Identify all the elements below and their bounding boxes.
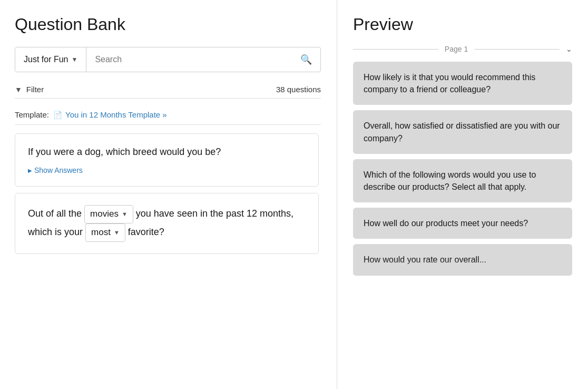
template-link-text: You in 12 Months Template »	[65, 110, 167, 119]
q2-dropdown-movies-value: movies	[90, 207, 119, 222]
filter-left: ▼ Filter	[15, 85, 44, 94]
preview-card-4: How well do our products meet your needs…	[353, 208, 572, 239]
category-dropdown[interactable]: Just for Fun ▼	[15, 47, 86, 72]
questions-list: If you were a dog, which breed would you…	[15, 133, 321, 389]
show-answers-label: Show Answers	[34, 166, 83, 174]
template-prefix: Template:	[15, 110, 49, 119]
search-input[interactable]	[86, 47, 292, 72]
chevron-down-icon: ▼	[122, 209, 128, 219]
preview-card-3: Which of the following words would you u…	[353, 159, 572, 202]
questions-count: 38 questions	[276, 85, 321, 94]
show-answers-button[interactable]: ▶ Show Answers	[28, 166, 83, 174]
preview-text-3: Which of the following words would you u…	[364, 170, 536, 191]
filter-label: Filter	[26, 85, 44, 94]
page-label: Page 1	[445, 45, 468, 53]
filter-row: ▼ Filter 38 questions	[15, 81, 321, 99]
search-icon: 🔍	[300, 54, 312, 65]
question-text-1: If you were a dog, which breed would you…	[28, 145, 306, 159]
preview-title: Preview	[353, 15, 572, 34]
preview-card-5: How would you rate our overall...	[353, 244, 572, 275]
chevron-down-icon: ▼	[71, 56, 77, 63]
search-button[interactable]: 🔍	[292, 47, 320, 72]
page-line-right	[474, 49, 560, 50]
search-bar: Just for Fun ▼ 🔍	[15, 47, 321, 72]
preview-text-2: Overall, how satisfied or dissatisfied a…	[364, 121, 560, 142]
q2-dropdown-most[interactable]: most ▼	[85, 223, 125, 242]
question-card-2: Out of all the movies ▼ you have seen in…	[15, 193, 319, 254]
page-title: Question Bank	[15, 15, 321, 34]
q2-dropdown-most-value: most	[91, 225, 111, 240]
template-icon: 📄	[53, 111, 62, 119]
right-panel: Preview Page 1 ⌄ How likely is it that y…	[337, 0, 588, 389]
q2-dropdown-movies[interactable]: movies ▼	[84, 205, 133, 223]
template-link[interactable]: 📄 You in 12 Months Template »	[53, 110, 167, 119]
left-panel: Question Bank Just for Fun ▼ 🔍 ▼ Filter …	[0, 0, 337, 389]
preview-text-1: How likely is it that you would recommen…	[364, 73, 535, 94]
preview-card-2: Overall, how satisfied or dissatisfied a…	[353, 110, 572, 153]
template-row: Template: 📄 You in 12 Months Template »	[15, 105, 321, 125]
preview-text-4: How well do our products meet your needs…	[364, 219, 528, 228]
chevron-down-icon-2: ▼	[114, 228, 120, 238]
page-chevron-down-icon[interactable]: ⌄	[566, 45, 572, 53]
expand-icon: ▶	[28, 168, 32, 173]
preview-text-5: How would you rate our overall...	[364, 255, 486, 264]
category-label: Just for Fun	[24, 55, 68, 64]
page-line-left	[353, 49, 438, 50]
preview-list: How likely is it that you would recommen…	[353, 62, 572, 389]
q2-text-1: Out of all the	[28, 208, 84, 219]
preview-card-1: How likely is it that you would recommen…	[353, 62, 572, 105]
page-header: Page 1 ⌄	[353, 45, 572, 53]
q2-text-3: favorite?	[128, 227, 164, 237]
filter-icon: ▼	[15, 85, 22, 94]
inline-question: Out of all the movies ▼ you have seen in…	[28, 205, 306, 242]
question-card-1: If you were a dog, which breed would you…	[15, 133, 319, 187]
